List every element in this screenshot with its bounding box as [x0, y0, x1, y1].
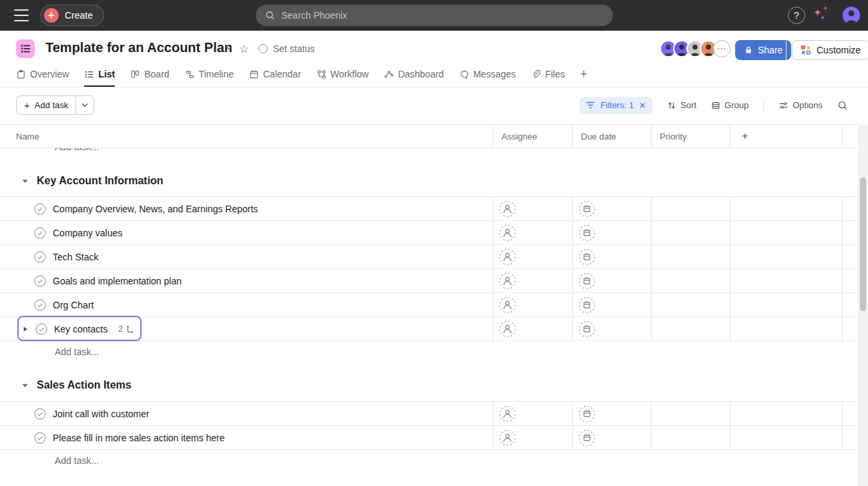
more-members-button[interactable]: ⋯	[713, 40, 730, 57]
check-circle-icon[interactable]	[35, 323, 47, 335]
expand-caret-right-icon[interactable]	[22, 325, 29, 333]
options-button[interactable]: Options	[779, 100, 823, 110]
task-row[interactable]: Company values	[0, 221, 858, 245]
tab-overview[interactable]: Overview	[16, 63, 69, 87]
customize-button[interactable]: Customize	[792, 40, 868, 60]
check-circle-icon[interactable]	[34, 251, 46, 263]
priority-cell[interactable]	[651, 269, 730, 292]
filter-icon	[586, 101, 595, 109]
column-header-priority[interactable]: Priority	[651, 125, 730, 148]
global-search[interactable]	[256, 5, 613, 26]
assignee-cell[interactable]	[493, 269, 572, 292]
priority-cell[interactable]	[651, 245, 730, 268]
filters-chip[interactable]: Filters: 1 ✕	[580, 97, 652, 114]
help-button[interactable]: ?	[788, 7, 805, 24]
assignee-cell[interactable]	[493, 293, 572, 316]
extra-cell[interactable]	[730, 402, 843, 425]
extra-cell[interactable]	[730, 426, 843, 449]
add-tab-button[interactable]: +	[580, 63, 588, 87]
caret-down-icon[interactable]	[21, 178, 29, 185]
create-button[interactable]: + Create	[40, 5, 104, 26]
task-row[interactable]: Joint call with customer	[0, 402, 858, 426]
set-status-button[interactable]: Set status	[258, 43, 314, 54]
column-header-name[interactable]: Name	[0, 125, 493, 148]
due-date-cell[interactable]	[572, 221, 651, 244]
extra-cell[interactable]	[730, 221, 843, 244]
priority-cell[interactable]	[651, 402, 730, 425]
extra-cell[interactable]	[730, 293, 843, 316]
priority-cell[interactable]	[651, 197, 730, 220]
extra-cell[interactable]	[730, 269, 843, 292]
tab-messages[interactable]: Messages	[459, 63, 516, 87]
task-row[interactable]: Org Chart	[0, 293, 858, 317]
assignee-cell[interactable]	[493, 426, 572, 449]
user-avatar[interactable]	[843, 7, 860, 24]
tab-board[interactable]: Board	[130, 63, 169, 87]
share-label: Share	[758, 45, 783, 55]
task-row[interactable]: Tech Stack	[0, 245, 858, 269]
caret-down-icon[interactable]	[21, 382, 29, 389]
task-row[interactable]: Please fill in more sales action items h…	[0, 426, 858, 450]
task-row-selected[interactable]: Key contacts 2	[0, 317, 858, 341]
due-date-cell[interactable]	[572, 426, 651, 449]
scrollbar-track[interactable]	[858, 125, 868, 486]
check-circle-icon[interactable]	[34, 227, 46, 239]
priority-cell[interactable]	[651, 426, 730, 449]
priority-cell[interactable]	[651, 221, 730, 244]
due-date-cell[interactable]	[572, 317, 651, 340]
sort-button[interactable]: Sort	[667, 100, 696, 110]
clear-filter-icon[interactable]: ✕	[639, 101, 646, 110]
assignee-cell[interactable]	[493, 402, 572, 425]
assignee-cell[interactable]	[493, 245, 572, 268]
scrollbar-thumb[interactable]	[860, 178, 866, 311]
search-input[interactable]	[281, 10, 604, 21]
title-chevron-down-icon[interactable]	[225, 45, 233, 51]
add-task-row[interactable]: Add task...	[55, 455, 99, 466]
tab-workflow[interactable]: Workflow	[316, 63, 369, 87]
task-row[interactable]: Goals and implementation plan	[0, 269, 858, 293]
tab-list[interactable]: List	[84, 63, 115, 87]
add-task-button[interactable]: + Add task	[17, 99, 75, 111]
favorite-star-icon[interactable]: ☆	[239, 42, 249, 56]
share-button[interactable]: Share	[735, 40, 791, 60]
section-header-sales-action-items[interactable]: Sales Action Items	[21, 377, 132, 394]
tab-files[interactable]: Files	[531, 63, 565, 87]
assignee-cell[interactable]	[493, 197, 572, 220]
assignee-cell[interactable]	[493, 317, 572, 340]
column-header-due-date[interactable]: Due date	[572, 125, 651, 148]
check-circle-icon[interactable]	[34, 203, 46, 215]
section-header-key-account-information[interactable]: Key Account Information	[21, 172, 164, 190]
tab-dashboard[interactable]: Dashboard	[384, 63, 444, 87]
ai-sparkles-icon[interactable]: ✦ ✦ ✦	[812, 5, 832, 25]
add-task-row[interactable]: Add task...	[55, 346, 99, 357]
task-row[interactable]: Company Overview, News, and Earnings Rep…	[0, 197, 858, 221]
assignee-placeholder-icon	[499, 296, 516, 314]
extra-cell[interactable]	[730, 317, 843, 340]
add-column-button[interactable]: +	[730, 125, 843, 148]
tab-calendar[interactable]: Calendar	[249, 63, 301, 87]
tab-timeline[interactable]: Timeline	[185, 63, 234, 87]
check-circle-icon[interactable]	[34, 408, 46, 420]
app-window: + Create ? ✦ ✦ ✦ Template for an Account…	[0, 0, 868, 486]
check-circle-icon[interactable]	[34, 275, 46, 287]
priority-cell[interactable]	[651, 293, 730, 316]
plus-icon: +	[24, 99, 30, 111]
add-task-dropdown-button[interactable]	[76, 96, 93, 114]
project-icon[interactable]	[16, 39, 35, 58]
due-date-cell[interactable]	[572, 293, 651, 316]
due-date-cell[interactable]	[572, 197, 651, 220]
check-circle-icon[interactable]	[34, 432, 46, 444]
chevron-down-icon	[81, 103, 88, 107]
due-date-cell[interactable]	[572, 402, 651, 425]
extra-cell[interactable]	[730, 197, 843, 220]
sidebar-menu-icon[interactable]	[14, 9, 29, 21]
due-date-cell[interactable]	[572, 245, 651, 268]
due-date-cell[interactable]	[572, 269, 651, 292]
group-button[interactable]: Group	[711, 100, 748, 110]
extra-cell[interactable]	[730, 245, 843, 268]
assignee-cell[interactable]	[493, 221, 572, 244]
search-tasks-button[interactable]	[837, 100, 848, 111]
check-circle-icon[interactable]	[34, 299, 46, 311]
column-header-assignee[interactable]: Assignee	[493, 125, 572, 148]
priority-cell[interactable]	[651, 317, 730, 340]
